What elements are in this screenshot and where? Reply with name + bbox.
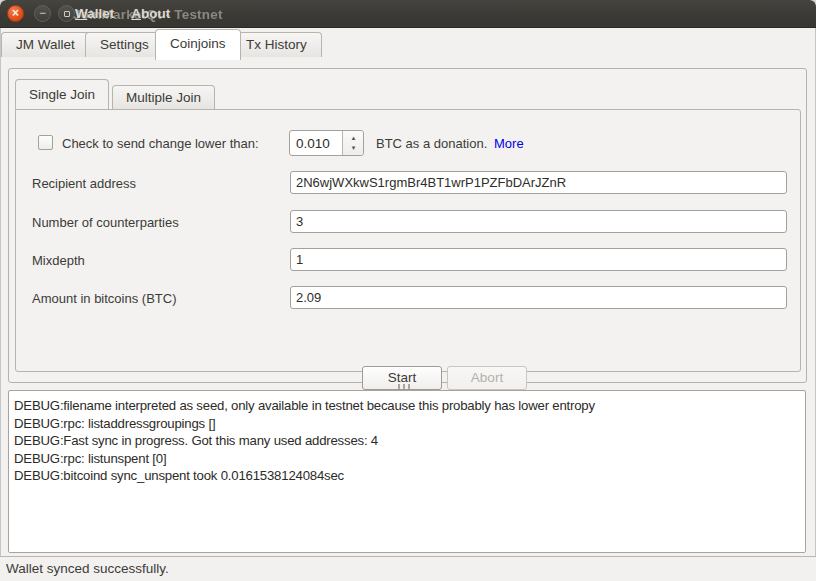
counterparties-label: Number of counterparties [32, 215, 179, 230]
mixdepth-label: Mixdepth [32, 253, 85, 268]
splitter-handle[interactable] [0, 383, 816, 390]
spin-down-icon[interactable]: ▾ [343, 143, 364, 155]
minimize-icon: − [39, 6, 46, 20]
log-line: DEBUG:filename interpreted as seed, only… [14, 397, 800, 415]
title-area: JoinMarketQt - Testnet WalletAbout [72, 0, 472, 28]
status-message: Wallet synced successfully. [6, 561, 169, 576]
titlebar[interactable]: × − JoinMarketQt - Testnet WalletAbout [0, 0, 816, 28]
log-line: DEBUG:Fast sync in progress. Got this ma… [14, 432, 800, 450]
donation-amount-input[interactable] [290, 131, 342, 155]
spinner-arrows: ▴ ▾ [342, 131, 363, 155]
tab-settings[interactable]: Settings [85, 32, 164, 57]
donation-checkbox[interactable] [38, 135, 53, 150]
main-tabbar: JM Wallet Settings Coinjoins Tx History [0, 28, 816, 57]
tab-single-join[interactable]: Single Join [15, 79, 109, 109]
mixdepth-input[interactable] [290, 248, 787, 271]
menubar: WalletAbout [75, 0, 187, 28]
splitter-grip-icon [408, 384, 410, 389]
recipient-address-input[interactable] [290, 171, 787, 194]
donation-amount-spinbox: ▴ ▾ [289, 130, 364, 156]
log-line: DEBUG:rpc: listunspent [0] [14, 450, 800, 468]
menu-wallet[interactable]: Wallet [75, 0, 114, 28]
tab-coinjoins[interactable]: Coinjoins [155, 29, 241, 60]
close-icon: × [12, 6, 19, 20]
log-line: DEBUG:rpc: listaddressgroupings [] [14, 415, 800, 433]
amount-btc-input[interactable] [290, 286, 787, 309]
splitter-grip-icon [398, 384, 400, 389]
statusbar: Wallet synced successfully. [0, 556, 816, 581]
spin-up-icon[interactable]: ▴ [343, 131, 364, 143]
tab-jm-wallet[interactable]: JM Wallet [1, 32, 90, 57]
minimize-button[interactable]: − [34, 5, 51, 22]
tab-multiple-join[interactable]: Multiple Join [112, 85, 215, 109]
coinjoins-page-frame: Single Join Multiple Join Check to send … [8, 68, 807, 383]
recipient-address-label: Recipient address [32, 176, 136, 191]
amount-btc-label: Amount in bitcoins (BTC) [32, 291, 177, 306]
joinmarket-window: × − JoinMarketQt - Testnet WalletAbout J… [0, 0, 816, 581]
donation-suffix-label: BTC as a donation. [376, 136, 487, 151]
menu-about[interactable]: About [131, 0, 170, 28]
single-join-panel: Check to send change lower than: ▴ ▾ BTC… [15, 109, 801, 372]
debug-log[interactable]: DEBUG:filename interpreted as seed, only… [8, 390, 806, 553]
splitter-grip-icon [403, 384, 405, 389]
donation-more-link[interactable]: More [494, 136, 524, 151]
log-line: DEBUG:bitcoind sync_unspent took 0.01615… [14, 467, 800, 485]
counterparties-input[interactable] [290, 210, 787, 233]
maximize-icon [64, 11, 70, 17]
tab-tx-history[interactable]: Tx History [231, 32, 322, 57]
donation-checkbox-label: Check to send change lower than: [62, 136, 259, 151]
close-button[interactable]: × [7, 5, 24, 22]
